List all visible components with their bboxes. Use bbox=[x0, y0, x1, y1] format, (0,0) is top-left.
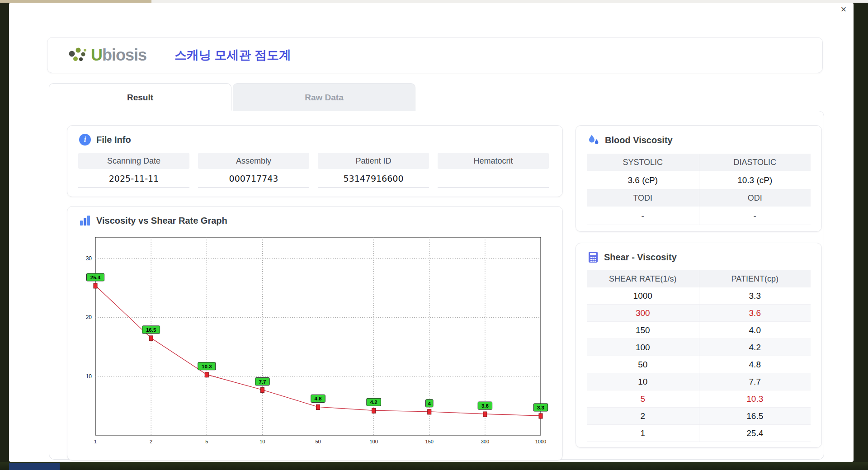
table-header-row: TODI ODI bbox=[587, 189, 811, 207]
systolic-value: 3.6 (cP) bbox=[587, 171, 699, 189]
patient-cell: 25.4 bbox=[699, 425, 811, 442]
shear-rate-cell: 10 bbox=[587, 373, 699, 390]
field-hematocrit: Hematocrit bbox=[438, 153, 549, 188]
left-column: i File Info Scanning Date 2025-11-11 Ass… bbox=[67, 125, 563, 459]
viscosity-chart: 1020301251050100150300100025.416.510.37.… bbox=[73, 230, 552, 451]
field-label: Patient ID bbox=[318, 153, 429, 169]
close-icon[interactable]: × bbox=[837, 4, 850, 15]
tab-raw-data[interactable]: Raw Data bbox=[233, 83, 415, 111]
patient-cell: 4.8 bbox=[699, 356, 811, 373]
svg-text:30: 30 bbox=[86, 255, 92, 262]
svg-text:2: 2 bbox=[150, 439, 152, 444]
brand-text: biosis bbox=[102, 46, 146, 65]
shear-rate-cell: 300 bbox=[587, 305, 699, 322]
svg-text:16.5: 16.5 bbox=[146, 327, 156, 333]
todi-value: - bbox=[587, 207, 699, 225]
svg-text:7.7: 7.7 bbox=[259, 379, 266, 385]
brand-text: U bbox=[91, 46, 102, 65]
droplet-icon bbox=[588, 134, 599, 146]
column-header: DIASTOLIC bbox=[699, 154, 811, 171]
patient-cell: 3.3 bbox=[699, 287, 811, 305]
svg-text:3.3: 3.3 bbox=[537, 405, 544, 410]
table-row: 10 7.7 bbox=[587, 373, 811, 390]
field-value: 2025-11-11 bbox=[78, 169, 189, 188]
graph-card: Viscosity vs Shear Rate Graph 1020301251… bbox=[67, 206, 563, 461]
column-header: SYSTOLIC bbox=[587, 154, 699, 171]
table-header-row: SHEAR RATE(1/s) PATIENT(cp) bbox=[587, 270, 811, 287]
shear-rate-cell: 100 bbox=[587, 339, 699, 356]
svg-text:5: 5 bbox=[205, 439, 208, 444]
patient-cell: 3.6 bbox=[699, 305, 811, 322]
patient-cell: 4.2 bbox=[699, 339, 811, 356]
shear-rate-cell: 5 bbox=[587, 390, 699, 408]
field-label: Scanning Date bbox=[78, 153, 189, 169]
patient-cell: 10.3 bbox=[699, 390, 811, 408]
svg-text:300: 300 bbox=[481, 439, 489, 444]
table-row: 3.6 (cP) 10.3 (cP) bbox=[587, 171, 811, 189]
field-assembly: Assembly 000717743 bbox=[198, 153, 309, 188]
svg-text:50: 50 bbox=[315, 439, 321, 444]
leaf-dots-icon bbox=[67, 46, 88, 64]
bar-chart-icon bbox=[79, 215, 91, 226]
table-row: 1 25.4 bbox=[587, 425, 811, 442]
field-scanning-date: Scanning Date 2025-11-11 bbox=[78, 153, 189, 188]
desktop-wallpaper bbox=[0, 462, 868, 470]
calculator-icon bbox=[588, 251, 599, 263]
svg-text:4.8: 4.8 bbox=[315, 396, 322, 401]
table-row: 1000 3.3 bbox=[587, 287, 811, 305]
column-header: ODI bbox=[699, 189, 811, 207]
brand-logo: Ubiosis bbox=[67, 46, 146, 65]
graph-title: Viscosity vs Shear Rate Graph bbox=[96, 216, 227, 226]
app-header: Ubiosis 스캐닝 모세관 점도계 bbox=[47, 37, 823, 73]
svg-text:1: 1 bbox=[94, 439, 97, 444]
shear-rate-cell: 1 bbox=[587, 425, 699, 442]
shear-rate-cell: 150 bbox=[587, 322, 699, 339]
svg-text:100: 100 bbox=[369, 439, 377, 444]
file-info-title: File Info bbox=[96, 135, 131, 145]
app-window: × Ubiosis 스캐닝 모세관 점도계 Result Raw Data i … bbox=[9, 3, 854, 462]
shear-rate-cell: 1000 bbox=[587, 287, 699, 305]
info-icon: i bbox=[79, 134, 91, 146]
blood-viscosity-title: Blood Viscosity bbox=[605, 135, 673, 146]
blood-viscosity-card: Blood Viscosity SYSTOLIC DIASTOLIC 3.6 (… bbox=[576, 125, 822, 232]
field-value: 53147916600 bbox=[318, 169, 429, 188]
svg-text:20: 20 bbox=[86, 314, 92, 320]
svg-text:4: 4 bbox=[428, 401, 431, 406]
column-header-patient: PATIENT(cp) bbox=[699, 270, 811, 287]
column-header-shear-rate: SHEAR RATE(1/s) bbox=[587, 270, 699, 287]
field-value: 000717743 bbox=[198, 169, 309, 188]
table-row: 50 4.8 bbox=[587, 356, 811, 373]
svg-text:3.6: 3.6 bbox=[481, 403, 489, 409]
result-panel: i File Info Scanning Date 2025-11-11 Ass… bbox=[49, 111, 824, 460]
field-value bbox=[438, 169, 549, 188]
table-header-row: SYSTOLIC DIASTOLIC bbox=[587, 154, 811, 171]
field-label: Hematocrit bbox=[438, 153, 549, 169]
page-title: 스캐닝 모세관 점도계 bbox=[175, 47, 291, 63]
table-row: 150 4.0 bbox=[587, 322, 811, 339]
file-info-fields: Scanning Date 2025-11-11 Assembly 000717… bbox=[78, 153, 562, 188]
table-row: 2 16.5 bbox=[587, 408, 811, 425]
diastolic-value: 10.3 (cP) bbox=[699, 171, 811, 189]
column-header: TODI bbox=[587, 189, 699, 207]
field-label: Assembly bbox=[198, 153, 309, 169]
shear-viscosity-title: Shear - Viscosity bbox=[604, 252, 677, 263]
blood-viscosity-table: SYSTOLIC DIASTOLIC 3.6 (cP) 10.3 (cP) TO… bbox=[587, 154, 811, 225]
file-info-card: i File Info Scanning Date 2025-11-11 Ass… bbox=[67, 125, 563, 197]
svg-text:150: 150 bbox=[425, 439, 434, 444]
table-row: 5 10.3 bbox=[587, 390, 811, 408]
svg-text:4.2: 4.2 bbox=[370, 400, 377, 405]
odi-value: - bbox=[699, 207, 811, 225]
right-column: Blood Viscosity SYSTOLIC DIASTOLIC 3.6 (… bbox=[576, 125, 822, 459]
tab-bar: Result Raw Data bbox=[49, 83, 854, 111]
field-patient-id: Patient ID 53147916600 bbox=[318, 153, 429, 188]
tab-result[interactable]: Result bbox=[49, 83, 231, 111]
svg-text:10: 10 bbox=[259, 439, 265, 444]
shear-rate-cell: 50 bbox=[587, 356, 699, 373]
table-row: 300 3.6 bbox=[587, 305, 811, 322]
taskbar-fragment bbox=[9, 463, 60, 470]
svg-text:25.4: 25.4 bbox=[90, 275, 101, 280]
table-row: - - bbox=[587, 207, 811, 225]
table-row: 100 4.2 bbox=[587, 339, 811, 356]
svg-text:10.3: 10.3 bbox=[202, 364, 212, 369]
shear-rate-cell: 2 bbox=[587, 408, 699, 425]
